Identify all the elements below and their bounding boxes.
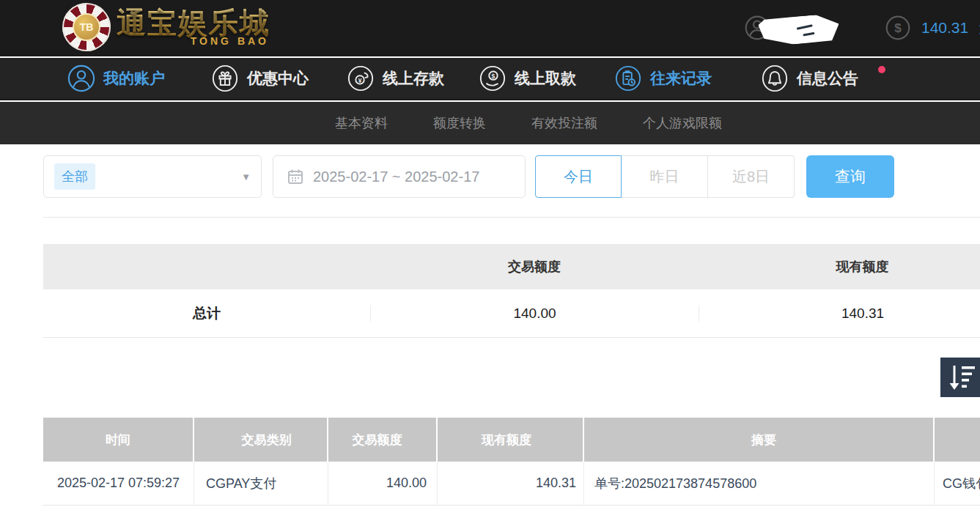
sub-nav: 基本资料 额度转换 有效投注额 个人游戏限额 bbox=[0, 102, 980, 144]
main-nav: 我的账户 优惠中心 ¥ 线上存款 $ bbox=[0, 58, 980, 100]
nav-label: 线上取款 bbox=[515, 68, 576, 89]
summary-current-amount: 140.31 bbox=[699, 306, 980, 322]
sort-descending-button[interactable] bbox=[940, 358, 980, 397]
query-button[interactable]: 查询 bbox=[806, 155, 894, 198]
brand-name-en: TONG BAO bbox=[191, 35, 269, 47]
date-range-value: 2025-02-17 ~ 2025-02-17 bbox=[313, 169, 479, 185]
cell-current-amount: 140.31 bbox=[438, 462, 584, 505]
cell-remark: CG钱包 bbox=[935, 462, 980, 505]
summary-col-trade-amount: 交易额度 bbox=[370, 258, 699, 275]
col-current-amount: 现有额度 bbox=[438, 418, 584, 462]
cell-summary: 单号:202502173874578600 bbox=[584, 462, 935, 505]
user-circle-icon bbox=[67, 64, 95, 92]
gift-icon bbox=[211, 64, 239, 92]
balance-amount: 140.31 bbox=[921, 19, 968, 37]
nav-label: 优惠中心 bbox=[247, 68, 309, 89]
svg-text:¥: ¥ bbox=[358, 77, 362, 84]
records-table-header: 时间 交易类别 交易额度 现有额度 摘要 备注 bbox=[43, 418, 980, 462]
quick-date-buttons: 今日 昨日 近8日 bbox=[535, 155, 795, 198]
subnav-item-game-limits[interactable]: 个人游戏限额 bbox=[643, 114, 722, 132]
calendar-icon bbox=[287, 168, 304, 185]
site-logo[interactable]: TB 通宝娱乐城 TONG BAO bbox=[62, 3, 270, 51]
svg-text:$: $ bbox=[492, 73, 495, 80]
withdraw-hand-dollar-icon: $ bbox=[479, 64, 506, 92]
yesterday-button[interactable]: 昨日 bbox=[622, 155, 708, 198]
today-button[interactable]: 今日 bbox=[535, 155, 622, 198]
col-summary: 摘要 bbox=[584, 418, 935, 462]
summary-table: 交易额度 现有额度 总计 140.00 140.31 bbox=[43, 244, 980, 338]
cell-trade-amount: 140.00 bbox=[328, 462, 438, 505]
summary-col-current-amount: 现有额度 bbox=[699, 258, 980, 275]
top-header: TB 通宝娱乐城 TONG BAO 25 $ 140.31 元 bbox=[0, 0, 980, 56]
records-table: 时间 交易类别 交易额度 现有额度 摘要 备注 2025-02-17 07:59… bbox=[43, 418, 980, 506]
subnav-item-credit-transfer[interactable]: 额度转换 bbox=[433, 114, 486, 132]
chip-monogram: TB bbox=[73, 13, 100, 41]
type-select-value: 全部 bbox=[54, 163, 95, 190]
poker-chip-icon: TB bbox=[62, 3, 111, 51]
nav-item-transaction-records[interactable]: 往来记录 bbox=[614, 58, 712, 99]
table-row: 2025-02-17 07:59:27 CGPAY支付 140.00 140.3… bbox=[43, 462, 980, 506]
dollar-circle-icon: $ bbox=[885, 15, 911, 41]
col-trade-amount: 交易额度 bbox=[328, 418, 438, 462]
cell-type: CGPAY支付 bbox=[194, 462, 328, 505]
nav-label: 我的账户 bbox=[103, 68, 165, 89]
summary-table-header: 交易额度 现有额度 bbox=[43, 244, 980, 289]
svg-text:$: $ bbox=[894, 21, 902, 35]
nav-item-announcements[interactable]: 信息公告 bbox=[761, 58, 858, 99]
notification-dot bbox=[878, 66, 885, 73]
col-remark: 备注 bbox=[935, 418, 980, 462]
type-select[interactable]: 全部 ▼ bbox=[43, 155, 262, 198]
subnav-item-valid-bets[interactable]: 有效投注额 bbox=[531, 114, 597, 132]
nav-item-online-withdrawal[interactable]: $ 线上取款 bbox=[479, 58, 576, 99]
bell-icon bbox=[761, 64, 789, 92]
sort-descending-icon bbox=[940, 358, 980, 397]
subnav-item-basic-info[interactable]: 基本资料 bbox=[335, 114, 388, 132]
summary-total-label: 总计 bbox=[43, 304, 370, 323]
nav-label: 信息公告 bbox=[797, 68, 858, 89]
section-divider bbox=[43, 217, 980, 218]
balance-widget[interactable]: $ 140.31 元 bbox=[885, 15, 980, 41]
nav-item-online-deposit[interactable]: ¥ 线上存款 bbox=[347, 58, 444, 99]
transaction-records-page: TB 通宝娱乐城 TONG BAO 25 $ 140.31 元 bbox=[0, 0, 980, 518]
nav-item-my-account[interactable]: 我的账户 bbox=[67, 58, 165, 99]
nav-label: 往来记录 bbox=[650, 68, 712, 89]
nav-item-promotions[interactable]: 优惠中心 bbox=[211, 58, 309, 99]
cell-time: 2025-02-17 07:59:27 bbox=[43, 462, 194, 505]
records-clipboard-clock-icon bbox=[614, 64, 642, 92]
chevron-down-icon: ▼ bbox=[241, 171, 251, 182]
col-time: 时间 bbox=[43, 418, 194, 462]
nav-label: 线上存款 bbox=[383, 68, 444, 89]
last-8-days-button[interactable]: 近8日 bbox=[708, 155, 795, 198]
date-range-input[interactable]: 2025-02-17 ~ 2025-02-17 bbox=[273, 155, 526, 198]
summary-trade-amount: 140.00 bbox=[370, 306, 699, 322]
deposit-hand-coin-icon: ¥ bbox=[347, 64, 375, 92]
summary-total-row: 总计 140.00 140.31 bbox=[43, 289, 980, 338]
col-type: 交易类别 bbox=[194, 418, 328, 462]
